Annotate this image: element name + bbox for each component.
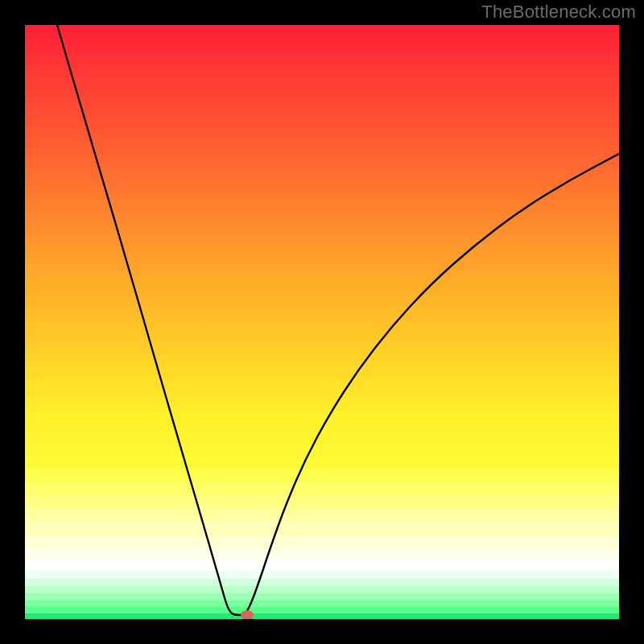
minimum-marker — [241, 610, 254, 619]
plot-area — [25, 25, 619, 619]
stage: TheBottleneck.com — [0, 0, 644, 644]
frame-left — [0, 0, 25, 644]
curve-svg — [25, 25, 619, 619]
watermark-text: TheBottleneck.com — [481, 2, 636, 23]
frame-bottom — [0, 619, 644, 644]
frame-right — [619, 0, 644, 644]
bottleneck-curve — [57, 25, 619, 615]
